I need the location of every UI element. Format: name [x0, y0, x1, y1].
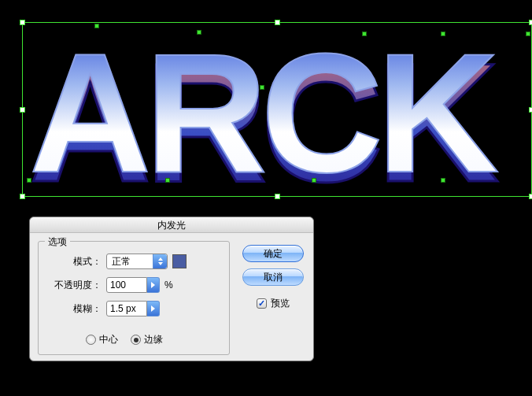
opacity-input[interactable] [106, 277, 147, 293]
blur-label: 模糊： [39, 302, 102, 316]
opacity-row: 不透明度： % [39, 276, 229, 294]
origin-radios: 中心 边缘 [86, 333, 163, 346]
anchor-point[interactable] [165, 178, 170, 183]
text-object[interactable]: ARCK ARCK [0, 0, 532, 216]
dialog-buttons: 确定 取消 预览 [242, 245, 304, 310]
checkbox-icon [257, 298, 267, 309]
anchor-point[interactable] [441, 178, 445, 183]
cancel-button[interactable]: 取消 [242, 268, 304, 286]
anchor-point[interactable] [441, 31, 445, 36]
select-arrows-icon [153, 254, 167, 268]
text-face: ARCK [29, 18, 498, 208]
glow-color-swatch[interactable] [172, 254, 187, 268]
opacity-stepper[interactable] [147, 277, 160, 293]
blur-stepper[interactable] [147, 301, 160, 316]
blur-row: 模糊： [39, 300, 229, 317]
percent-suffix: % [164, 279, 173, 291]
preview-label: 预览 [271, 297, 290, 310]
mode-value: 正常 [112, 255, 131, 268]
dialog-title[interactable]: 内发光 [30, 217, 313, 233]
ok-button[interactable]: 确定 [242, 245, 304, 262]
anchor-point[interactable] [197, 30, 201, 35]
anchor-point[interactable] [94, 24, 99, 28]
anchor-point[interactable] [260, 85, 264, 90]
options-group: 选项 模式： 正常 不透明度： % 模糊： 中心 [38, 241, 230, 355]
anchor-point[interactable] [526, 31, 530, 36]
radio-icon [131, 335, 141, 345]
anchor-point[interactable] [312, 178, 316, 183]
preview-checkbox[interactable]: 预览 [257, 297, 290, 310]
options-label: 选项 [45, 235, 70, 249]
radio-center[interactable]: 中心 [86, 333, 118, 346]
anchor-point[interactable] [27, 178, 31, 183]
mode-row: 模式： 正常 [39, 253, 229, 270]
opacity-label: 不透明度： [39, 279, 102, 292]
artboard[interactable]: ARCK ARCK [0, 0, 532, 220]
radio-edge[interactable]: 边缘 [131, 333, 163, 346]
mode-select[interactable]: 正常 [106, 254, 168, 269]
blur-input[interactable] [106, 301, 147, 316]
mode-label: 模式： [39, 255, 102, 268]
inner-glow-dialog: 内发光 选项 模式： 正常 不透明度： % 模糊： [29, 217, 314, 361]
radio-icon [86, 335, 96, 345]
radio-center-label: 中心 [99, 333, 118, 346]
anchor-point[interactable] [362, 31, 367, 36]
radio-edge-label: 边缘 [144, 333, 163, 346]
